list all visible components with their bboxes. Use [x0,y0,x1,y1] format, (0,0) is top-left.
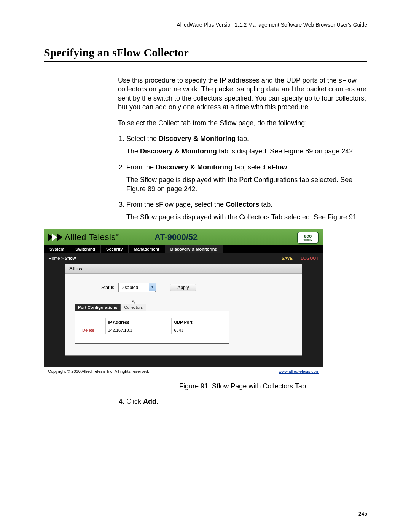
inner-tabs: Port Configurations Collectors [75,304,293,311]
tab-collectors[interactable]: Collectors [121,304,146,311]
table-row: Delete 142.167.10.1 6343 [80,326,224,334]
tab-switching[interactable]: Switching [70,245,101,253]
breadcrumb-bar: Home > Sflow SAVE LOGOUT [44,253,323,264]
brand-text: Allied Telesis [65,232,116,242]
figure-caption: Figure 91. Sflow Page with Collectors Ta… [118,382,367,390]
breadcrumb: Home > Sflow [49,256,76,260]
page-number: 245 [358,511,367,517]
status-row: Status: ▾ Apply [101,283,293,292]
body-text-block: Use this procedure to specify the IP add… [118,76,367,222]
step-1-text-a: Select the [126,135,159,142]
tab-management[interactable]: Management [129,245,165,253]
tab-port-configurations[interactable]: Port Configurations [75,304,121,311]
table-header-row: IP Address UDP Port [80,318,224,326]
step-2-bold-b: sFlow [268,163,287,171]
header-ip-address: IP Address [105,318,172,326]
step-1-follow-bold: Discovery & Monitoring [140,147,217,155]
figure-91: Allied Telesis™ AT-9000/52 eco friendly … [44,229,367,375]
panel-body: Status: ▾ Apply ↖ Port Configurations Co… [65,274,302,355]
logo-icon [48,233,62,241]
step-1-follow-a: The [126,147,140,155]
delete-link[interactable]: Delete [82,328,94,332]
app-header: Allied Telesis™ AT-9000/52 eco friendly [44,229,323,245]
step-3: From the sFlow page, select the Collecto… [126,200,367,222]
save-link[interactable]: SAVE [282,256,293,260]
site-link[interactable]: www.alliedtelesis.com [279,369,319,374]
cell-udp-port: 6343 [172,326,224,334]
step-2-text-c: . [287,163,289,171]
apply-button[interactable]: Apply [170,284,196,291]
step-2-text-a: From the [126,163,156,171]
header-actions: SAVE LOGOUT [282,256,319,260]
step-1-text-b: tab. [236,135,249,142]
tab-system[interactable]: System [44,245,70,253]
copyright-text: Copyright © 2010 Allied Telesis Inc. All… [48,369,149,374]
step-2-follow: The Sflow page is displayed with the Por… [126,176,367,193]
step-4-text-b: . [156,398,158,405]
breadcrumb-current: Sflow [65,256,76,260]
status-select[interactable] [118,283,156,292]
step-1: Select the Discovery & Monitoring tab. T… [126,134,367,156]
logout-link[interactable]: LOGOUT [301,256,319,260]
steps-list-cont: Click Add. [118,397,367,406]
brand-name: Allied Telesis™ [65,232,119,242]
step-1-follow-b: tab is displayed. See Figure 89 on page … [217,147,355,155]
step-2-text-b: tab, select [233,163,268,171]
running-header: AlliedWare Plus Version 2.1.2 Management… [44,22,367,28]
app-footer: Copyright © 2010 Allied Telesis Inc. All… [44,367,323,375]
content-area: Sflow Status: ▾ Apply ↖ Port Co [44,264,323,367]
step-2-bold-a: Discovery & Monitoring [156,163,233,171]
step-4-text-a: Click [126,398,143,405]
sflow-panel: Sflow Status: ▾ Apply ↖ Port Co [65,264,302,356]
step-4-bold: Add [143,398,156,405]
panel-title: Sflow [65,264,302,274]
header-udp-port: UDP Port [172,318,224,326]
step-3-text-b: tab. [259,201,272,208]
step-4: Click Add. [126,397,367,406]
step-3-text-a: From the sFlow page, select the [126,201,226,208]
body-text-continued: Click Add. [118,397,367,406]
step-1-bold: Discovery & Monitoring [159,135,236,142]
empty-header [80,318,106,326]
eco-sub: friendly [304,238,312,241]
document-page: AlliedWare Plus Version 2.1.2 Management… [0,0,411,532]
tab-security[interactable]: Security [101,245,128,253]
screenshot-sflow-collectors: Allied Telesis™ AT-9000/52 eco friendly … [44,229,323,375]
step-2: From the Discovery & Monitoring tab, sel… [126,163,367,193]
lead-in: To select the Collect tab from the Sflow… [118,119,367,128]
model-number: AT-9000/52 [155,232,198,242]
step-3-bold: Collectors [226,201,259,208]
eco-badge: eco friendly [297,232,319,244]
steps-list: Select the Discovery & Monitoring tab. T… [118,134,367,222]
breadcrumb-home[interactable]: Home > [49,256,65,260]
step-3-follow: The Sflow page is displayed with the Col… [126,213,367,222]
collectors-table: IP Address UDP Port Delete 142.167.10.1 … [80,318,224,334]
eco-label: eco [304,234,312,238]
collectors-panel: IP Address UDP Port Delete 142.167.10.1 … [75,311,229,344]
intro-paragraph: Use this procedure to specify the IP add… [118,76,367,112]
main-tabbar: System Switching Security Management Dis… [44,245,323,253]
status-label: Status: [101,285,115,290]
section-title: Specifying an sFlow Collector [44,46,367,62]
tab-discovery-monitoring[interactable]: Discovery & Monitoring [165,245,223,253]
cell-ip-address: 142.167.10.1 [105,326,172,334]
